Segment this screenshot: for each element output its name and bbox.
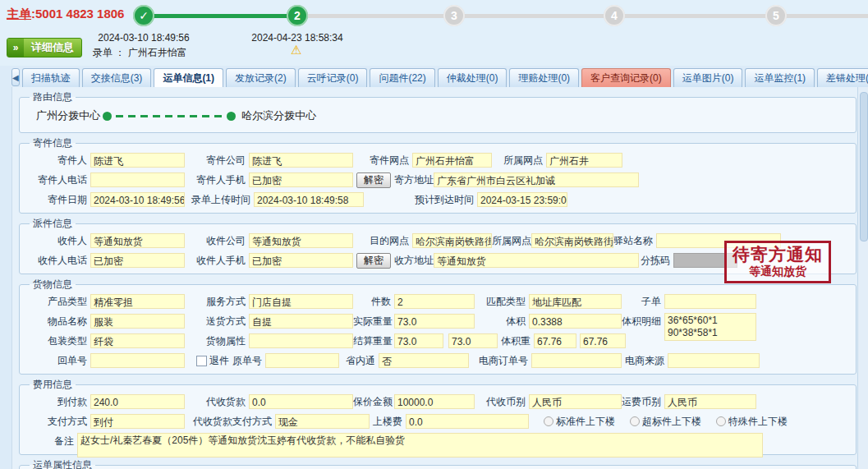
sender-mobile-input[interactable]: 已加密 [249, 172, 353, 187]
item-name-input[interactable]: 服装 [90, 314, 185, 329]
dest-outlet-owner-input[interactable]: 哈尔滨南岗铁路街 [531, 233, 613, 248]
volume-weight-2-input[interactable]: 67.76 [580, 333, 626, 348]
sender-phone-input[interactable] [90, 172, 185, 187]
ecommerce-order-no-input[interactable] [531, 353, 622, 368]
receiver-company-input[interactable]: 等通知放货 [249, 233, 353, 248]
volume-input[interactable]: 0.3388 [529, 314, 622, 329]
form-row: 到付款240.0代收货款0.0保价金额10000.0代收币别人民币运费币别人民币 [23, 392, 852, 412]
receiver-name-input[interactable]: 等通知放货 [90, 233, 185, 248]
remarks-input[interactable]: 赵女士/礼秦艺春夏（205件）等通知放货沈玉婷有代收货款，不能私自验货 [77, 433, 763, 458]
section-title: 费用信息 [30, 378, 76, 392]
return-order-no-input[interactable] [90, 353, 185, 368]
stamp-line2: 等通知放货 [733, 264, 823, 278]
sender-company-input[interactable]: 陈进飞 [249, 153, 353, 168]
cod-currency-input[interactable]: 人民币 [529, 394, 622, 409]
receiver-phone-input[interactable]: 已加密 [90, 253, 185, 268]
piece-count-input[interactable]: 2 [394, 294, 475, 309]
check-icon: ✓ [133, 5, 154, 26]
sender-outlet-owner-label: 所属网点 [492, 154, 546, 168]
sender-mobile-label: 寄件人手机 [185, 173, 249, 187]
insured-amount-input[interactable]: 10000.0 [394, 394, 475, 409]
sender-outlet-owner-input[interactable]: 广州石井 [546, 153, 622, 168]
upstairs-fee-input[interactable]: 0.0 [406, 414, 529, 429]
return-flag-checkbox-label: 退件 [209, 354, 229, 368]
record-upload-time-input[interactable]: 2024-03-10 18:49:58 [254, 192, 364, 207]
remarks-label: 备注 [28, 435, 77, 448]
delivery-mode-label: 送货方式 [185, 315, 249, 329]
tab-10[interactable]: 运单监控(1) [745, 68, 815, 87]
service-mode-input[interactable]: 门店自提 [249, 294, 353, 309]
tab-8[interactable]: 客户查询记录(0) [581, 68, 671, 87]
tab-5[interactable]: 问题件(22) [370, 68, 434, 87]
vertical-scrollbar[interactable] [857, 87, 868, 469]
dest-outlet-owner-label: 所属网点 [492, 234, 531, 248]
section-route: 路由信息 广州分拨中心 哈尔滨分拨中心 [19, 90, 857, 133]
estimated-arrival-time-input[interactable]: 2024-03-15 23:59:00 [477, 192, 567, 207]
sender-outlet-input[interactable]: 广州石井怡富 [412, 153, 492, 168]
province-express-input[interactable]: 否 [379, 353, 469, 368]
sender-address-input[interactable]: 广东省广州市白云区礼加诚 [434, 172, 639, 187]
decrypt-sender-mobile-button[interactable]: 解密 [356, 172, 391, 188]
receiver-address-input[interactable]: 等通知放货 [434, 253, 639, 268]
receiver-mobile-input[interactable]: 已加密 [249, 253, 353, 268]
ecommerce-source-input[interactable] [668, 353, 760, 368]
product-type-label: 产品类型 [28, 295, 90, 309]
actual-weight-input[interactable]: 73.0 [394, 314, 475, 329]
tab-1[interactable]: 交接信息(3) [82, 68, 152, 87]
package-type-input[interactable]: 纤袋 [90, 333, 185, 348]
warning-triangle-icon: ⚠ [291, 44, 301, 56]
product-type-input[interactable]: 精准零担 [90, 294, 185, 309]
scrollbar-thumb[interactable] [860, 92, 868, 241]
tab-3[interactable]: 发放记录(2) [226, 68, 296, 87]
delivery-mode-input[interactable]: 自提 [249, 314, 353, 329]
billing-weight-input[interactable]: 73.0 [394, 333, 443, 348]
record-upload-time-label: 录单上传时间 [185, 193, 254, 207]
send-date-input[interactable]: 2024-03-10 18:49:56 [90, 192, 185, 207]
route-dash-line [116, 115, 223, 117]
tab-2[interactable]: 运单信息(1) [154, 68, 223, 87]
cod-amount-label: 代收货款 [185, 395, 249, 409]
goods-attribute-input[interactable] [249, 333, 353, 348]
step-timestamp: 2024-03-10 18:49:56 [89, 32, 199, 44]
tab-0[interactable]: 扫描轨迹 [22, 68, 80, 87]
tab-9[interactable]: 运单图片(0) [673, 68, 743, 87]
billing-weight-2-input[interactable]: 73.0 [448, 333, 498, 348]
receiver-mobile-label: 收件人手机 [185, 254, 249, 268]
freight-collect-amount-input[interactable]: 240.0 [90, 394, 185, 409]
decrypt-receiver-mobile-button[interactable]: 解密 [356, 253, 391, 269]
sub-order-input[interactable] [664, 294, 756, 309]
return-flag-checkbox[interactable] [196, 356, 207, 366]
service-mode-label: 服务方式 [185, 295, 249, 309]
special-floor-radio-label: 特殊件上下楼 [728, 415, 788, 429]
cod-amount-input[interactable]: 0.0 [249, 394, 353, 409]
standard-floor-radio[interactable] [544, 416, 553, 426]
oversize-floor-radio-label: 超标件上下楼 [642, 415, 701, 429]
route-start-dot-icon [103, 112, 112, 121]
detail-info-button[interactable]: » 详细信息 [7, 38, 82, 57]
ecommerce-order-no-label: 电商订单号 [469, 354, 531, 368]
volume-detail-input[interactable]: 36*65*60*1 90*38*58*1 [664, 313, 756, 341]
tab-11[interactable]: 差错处理(0) [817, 68, 868, 87]
tab-4[interactable]: 云呼记录(0) [298, 68, 368, 87]
form-row: 回单号退件原单号省内通否电商订单号电商来源 [23, 351, 852, 370]
dest-outlet-input[interactable]: 哈尔滨南岗铁路街 [412, 233, 492, 248]
cod-payment-method-input[interactable]: 现金 [275, 414, 370, 429]
form-row: 寄件人陈进飞寄件公司陈进飞寄件网点广州石井怡富所属网点广州石井 [23, 150, 852, 170]
sender-name-input[interactable]: 陈进飞 [90, 153, 185, 168]
match-type-input[interactable]: 地址库匹配 [529, 294, 622, 309]
sender-name-label: 寄件人 [28, 154, 90, 168]
tab-7[interactable]: 理赔处理(0) [509, 68, 579, 87]
tab-scroll-left-button[interactable]: ◀ [11, 68, 20, 86]
original-order-no-input[interactable] [265, 353, 339, 368]
volume-weight-input[interactable]: 67.76 [534, 333, 576, 348]
detail-info-label: 详细信息 [24, 40, 81, 55]
piece-count-label: 件数 [353, 295, 394, 309]
payment-method-input[interactable]: 到付 [90, 414, 185, 429]
oversize-floor-radio[interactable] [630, 416, 640, 426]
freight-currency-input[interactable]: 人民币 [664, 394, 756, 409]
tab-6[interactable]: 仲裁处理(0) [438, 68, 507, 87]
original-order-no-label: 原单号 [229, 354, 265, 368]
section-title: 路由信息 [30, 90, 76, 104]
billing-weight-label: 结算重量 [353, 334, 394, 348]
special-floor-radio[interactable] [716, 416, 726, 426]
